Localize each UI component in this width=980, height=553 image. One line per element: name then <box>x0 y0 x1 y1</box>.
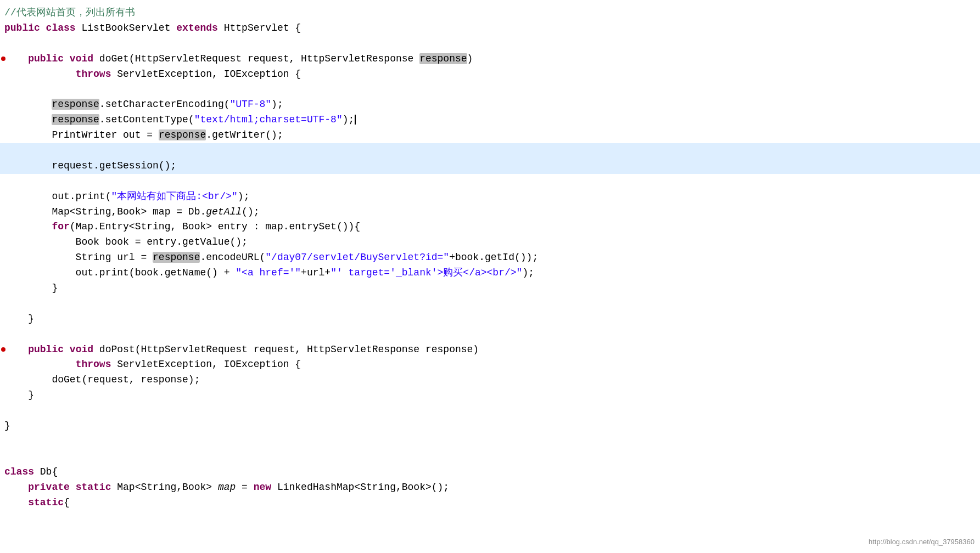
line-23-content: public void doPost(HttpServletRequest re… <box>4 342 976 358</box>
code-line-20 <box>0 296 980 312</box>
code-line-25: doGet(request, response); <box>0 373 980 388</box>
line-21-content: } <box>4 312 976 327</box>
code-line-11: request.getSession(); <box>0 159 980 174</box>
code-line-9: PrintWriter out = response.getWriter(); <box>0 128 980 143</box>
code-line-5: throws ServletException, IOException { <box>0 67 980 82</box>
code-line-24: throws ServletException, IOException { <box>0 357 980 373</box>
code-line-22 <box>0 327 980 342</box>
line-32-content: private static Map<String,Book> map = ne… <box>4 480 976 495</box>
line-7-content: response.setCharacterEncoding("UTF-8"); <box>4 97 976 112</box>
line-1-content: //代表网站首页，列出所有书 <box>4 5 976 21</box>
code-line-8: response.setContentType("text/html;chars… <box>0 112 980 128</box>
line-31-content: class Db{ <box>4 465 976 480</box>
code-line-16: Book book = entry.getValue(); <box>0 235 980 250</box>
line-33-content: static{ <box>4 495 976 511</box>
code-line-18: out.print(book.getName() + "<a href='"+u… <box>0 266 980 281</box>
line-2-content: public class ListBookServlet extends Htt… <box>4 21 976 36</box>
code-line-30 <box>0 449 980 465</box>
code-line-15: for(Map.Entry<String, Book> entry : map.… <box>0 219 980 235</box>
code-line-12 <box>0 174 980 189</box>
code-line-23: public void doPost(HttpServletRequest re… <box>0 342 980 358</box>
line-17-content: String url = response.encodeURL("/day07/… <box>4 250 976 266</box>
code-line-32: private static Map<String,Book> map = ne… <box>0 480 980 495</box>
watermark: http://blog.csdn.net/qq_37958360 <box>869 537 975 548</box>
code-line-10 <box>0 143 980 159</box>
line-13-content: out.print("本网站有如下商品:<br/>"); <box>4 189 976 205</box>
code-line-33: static{ <box>0 495 980 511</box>
line-24-content: throws ServletException, IOException { <box>4 357 976 373</box>
line-18-content: out.print(book.getName() + "<a href='"+u… <box>4 266 976 281</box>
code-line-1: //代表网站首页，列出所有书 <box>0 5 980 21</box>
line-14-content: Map<String,Book> map = Db.getAll(); <box>4 205 976 220</box>
code-line-14: Map<String,Book> map = Db.getAll(); <box>0 205 980 220</box>
code-line-19: } <box>0 281 980 296</box>
code-container: //代表网站首页，列出所有书 public class ListBookServ… <box>0 0 980 553</box>
line-16-content: Book book = entry.getValue(); <box>4 235 976 250</box>
line-8-content: response.setContentType("text/html;chars… <box>4 112 976 128</box>
line-28-content: } <box>4 419 976 434</box>
code-line-2: public class ListBookServlet extends Htt… <box>0 21 980 36</box>
code-line-26: } <box>0 388 980 403</box>
code-line-29 <box>0 434 980 449</box>
line-25-content: doGet(request, response); <box>4 373 976 388</box>
line-19-content: } <box>4 281 976 296</box>
code-line-4: public void doGet(HttpServletRequest req… <box>0 52 980 67</box>
code-line-3 <box>0 36 980 52</box>
line-15-content: for(Map.Entry<String, Book> entry : map.… <box>4 219 976 235</box>
line-26-content: } <box>4 388 976 403</box>
line-9-content: PrintWriter out = response.getWriter(); <box>4 128 976 143</box>
line-5-content: throws ServletException, IOException { <box>4 67 976 82</box>
code-line-21: } <box>0 312 980 327</box>
line-4-content: public void doGet(HttpServletRequest req… <box>4 52 976 67</box>
code-line-7: response.setCharacterEncoding("UTF-8"); <box>0 97 980 112</box>
code-line-13: out.print("本网站有如下商品:<br/>"); <box>0 189 980 205</box>
line-11-content: request.getSession(); <box>4 159 976 174</box>
code-line-31: class Db{ <box>0 465 980 480</box>
code-line-27 <box>0 403 980 419</box>
code-line-6 <box>0 82 980 97</box>
code-line-28: } <box>0 419 980 434</box>
code-line-17: String url = response.encodeURL("/day07/… <box>0 250 980 266</box>
